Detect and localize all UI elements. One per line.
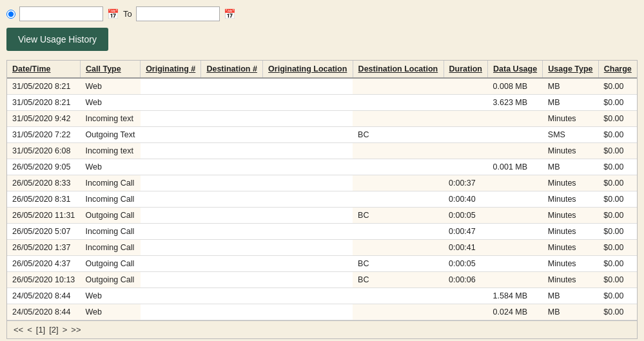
table-cell [444,127,488,143]
table-cell: Minutes [543,208,598,224]
table-row: 31/05/2020 8:21Web3.623 MBMB$0.00 [7,95,637,111]
table-row: 31/05/2020 8:21Web0.008 MBMB$0.00 [7,78,637,95]
table-cell: Incoming Call [81,175,141,191]
table-cell: 26/05/2020 4:37 [7,256,81,272]
col-data-usage[interactable]: Data Usage [488,61,543,78]
table-cell: 31/05/2020 8:21 [7,78,81,95]
table-cell: 0:00:47 [444,224,488,240]
table-cell [353,78,444,95]
table-cell: Web [81,78,141,95]
table-cell: 26/05/2020 5:07 [7,224,81,240]
table-cell: Minutes [543,143,598,159]
col-calltype[interactable]: Call Type [81,61,141,78]
table-cell: 26/05/2020 8:31 [7,191,81,208]
usage-history-table: Date/Time Call Type Originating # Destin… [7,61,637,320]
table-cell: MB [543,78,598,95]
table-cell [488,256,543,272]
table-cell [141,288,201,304]
table-cell: 0.024 MB [488,304,543,320]
table-row: 31/05/2020 7:22Outgoing TextBCSMS$0.00 [7,127,637,143]
table-cell [201,95,263,111]
table-cell [141,240,201,256]
table-cell [141,208,201,224]
table-cell: $0.00 [598,272,637,288]
table-cell [141,256,201,272]
pagination-page2[interactable]: [2] [49,325,58,335]
table-cell: $0.00 [598,224,637,240]
table-cell: 0:00:05 [444,256,488,272]
col-charge[interactable]: Charge [598,61,637,78]
table-cell [201,78,263,95]
table-cell [263,224,353,240]
table-cell [201,272,263,288]
table-cell: 26/05/2020 9:05 [7,159,81,175]
pagination-last[interactable]: >> [71,325,81,335]
table-cell [263,208,353,224]
col-destination-loc[interactable]: Destination Location [353,61,444,78]
col-datetime[interactable]: Date/Time [7,61,81,78]
table-cell: Web [81,159,141,175]
table-cell [444,95,488,111]
table-cell [141,143,201,159]
date-radio[interactable] [6,10,15,19]
table-cell: Incoming text [81,111,141,127]
table-cell [263,143,353,159]
table-cell [141,95,201,111]
table-cell: Minutes [543,224,598,240]
table-cell [488,240,543,256]
table-cell: Outgoing Call [81,272,141,288]
table-cell [263,240,353,256]
table-row: 26/05/2020 5:07Incoming Call0:00:47Minut… [7,224,637,240]
pagination-page1[interactable]: [1] [36,325,45,335]
table-cell [444,159,488,175]
table-cell [201,127,263,143]
table-row: 26/05/2020 11:31Outgoing CallBC0:00:05Mi… [7,208,637,224]
table-cell [201,288,263,304]
table-cell [353,159,444,175]
col-duration[interactable]: Duration [444,61,488,78]
col-destination-num[interactable]: Destination # [201,61,263,78]
pagination-prev[interactable]: < [27,325,32,335]
table-cell [141,78,201,95]
pagination-next[interactable]: > [63,325,68,335]
table-cell [141,191,201,208]
table-cell: 24/05/2020 8:44 [7,304,81,320]
table-cell [263,191,353,208]
table-cell: Web [81,304,141,320]
table-cell: $0.00 [598,304,637,320]
table-body: 31/05/2020 8:21Web0.008 MBMB$0.0031/05/2… [7,78,637,320]
table-cell [263,304,353,320]
table-cell: $0.00 [598,95,637,111]
table-row: 26/05/2020 9:05Web0.001 MBMB$0.00 [7,159,637,175]
table-cell [201,159,263,175]
pagination-first[interactable]: << [14,325,23,335]
table-cell [353,111,444,127]
to-calendar-icon[interactable]: 📅 [224,8,236,20]
from-calendar-icon[interactable]: 📅 [107,8,119,20]
table-cell [201,191,263,208]
table-cell: Web [81,288,141,304]
table-cell: 3.623 MB [488,95,543,111]
table-cell [488,111,543,127]
table-cell [201,256,263,272]
col-originating-num[interactable]: Originating # [141,61,201,78]
table-cell: $0.00 [598,127,637,143]
col-originating-loc[interactable]: Originating Location [263,61,353,78]
from-date-input[interactable]: 2020-May-01 [19,6,103,21]
table-cell: BC [353,272,444,288]
table-cell: Incoming text [81,143,141,159]
col-usage-type[interactable]: Usage Type [543,61,598,78]
table-cell [444,143,488,159]
table-cell: Outgoing Call [81,208,141,224]
table-cell [201,304,263,320]
view-usage-history-button[interactable]: View Usage History [6,28,108,51]
table-cell [141,175,201,191]
table-cell [201,224,263,240]
table-cell [263,256,353,272]
table-header-row: Date/Time Call Type Originating # Destin… [7,61,637,78]
to-date-input[interactable]: 2020-May-31 [136,6,220,21]
table-cell: 26/05/2020 1:37 [7,240,81,256]
table-row: 24/05/2020 8:44Web0.024 MBMB$0.00 [7,304,637,320]
table-cell: $0.00 [598,256,637,272]
table-cell [444,288,488,304]
